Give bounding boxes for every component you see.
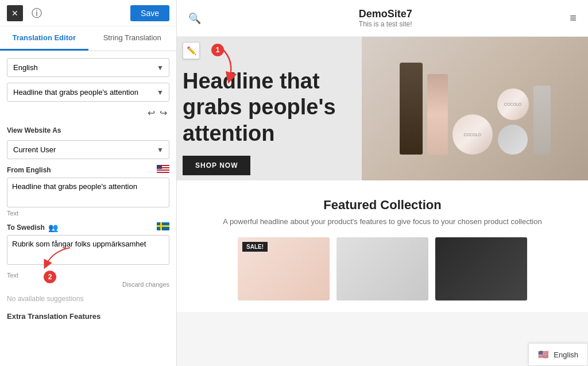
from-english-textarea[interactable]: Headline that grabs people's attention	[7, 178, 169, 207]
featured-subtitle: A powerful headline about your product's…	[210, 217, 555, 226]
annotation-1-arrow	[217, 49, 263, 84]
top-bar: ✕ ⓘ Save	[0, 0, 176, 26]
hamburger-button[interactable]: ≡	[570, 11, 577, 25]
from-header: From English	[7, 165, 169, 175]
featured-section: Featured Collection A powerful headline …	[177, 180, 588, 312]
to-section: To Swedish 👥 Rubrik som fångar folks upp…	[7, 222, 169, 288]
site-title-area: DemoSite7 This is a test site!	[201, 8, 570, 28]
discard-row: Discard changes	[7, 281, 169, 288]
view-as-dropdown[interactable]: Current User Logged Out User	[7, 140, 169, 159]
left-panel: ✕ ⓘ Save Translation Editor String Trans…	[0, 0, 177, 366]
undo-button[interactable]: ↩	[148, 107, 155, 118]
language-dropdown-wrap[interactable]: English Swedish ▼	[7, 58, 169, 77]
jar-round-2: COCOLO	[497, 88, 529, 120]
hero-section: 1 ✏️ Headline that grabs people's attent…	[177, 37, 588, 180]
to-label: To Swedish	[7, 224, 45, 232]
product-image-3	[435, 237, 527, 300]
english-language-badge[interactable]: 🇺🇸 English	[528, 343, 588, 366]
suggestions-text: No available suggestions	[7, 295, 169, 303]
tab-translation-editor[interactable]: Translation Editor	[0, 26, 88, 51]
site-header: 🔍 DemoSite7 This is a test site! ≡	[177, 0, 588, 37]
to-swedish-textarea[interactable]: Rubrik som fångar folks uppmärksamhet	[7, 235, 169, 265]
panel-content: English Swedish ▼ Headline that grabs pe…	[0, 51, 176, 366]
redo-button[interactable]: ↪	[160, 107, 167, 118]
annotation-badge-2: 2	[44, 271, 56, 283]
to-header: To Swedish 👥	[7, 222, 169, 233]
hero-text-area: ✏️ Headline that grabs people's attentio…	[177, 37, 355, 180]
undo-redo-row: ↩ ↪	[7, 107, 169, 118]
right-panel: 🔍 DemoSite7 This is a test site! ≡ 1 ✏️ …	[177, 0, 588, 366]
search-button[interactable]: 🔍	[188, 12, 201, 25]
to-field-type: Text	[7, 272, 169, 279]
close-button[interactable]: ✕	[7, 5, 23, 21]
discard-changes-link[interactable]: Discard changes	[122, 281, 169, 288]
tabs: Translation Editor String Translation	[0, 26, 176, 51]
ai-assist-icon: 👥	[48, 223, 58, 232]
sale-badge-1: SALE!	[242, 242, 268, 252]
featured-title: Featured Collection	[188, 198, 577, 213]
site-title: DemoSite7	[201, 8, 570, 20]
product-card-3	[435, 237, 527, 300]
english-label: English	[554, 350, 578, 359]
jar-small	[498, 125, 528, 155]
language-dropdown[interactable]: English Swedish	[7, 58, 169, 77]
product-card-2	[336, 237, 428, 300]
hero-image: COCOLO COCOLO	[362, 37, 588, 180]
annotation-1-container: 1	[211, 44, 224, 56]
to-swedish-row: Rubrik som fångar folks uppmärksamhet 2	[7, 235, 169, 267]
from-field-type: Text	[7, 210, 169, 217]
jar-round: COCOLO	[452, 114, 493, 155]
english-flag: 🇺🇸	[538, 349, 549, 360]
product-card-1: SALE!	[238, 237, 330, 300]
save-button[interactable]: Save	[130, 5, 169, 21]
tab-string-translation[interactable]: String Translation	[88, 26, 177, 51]
info-button[interactable]: ⓘ	[29, 5, 45, 21]
extra-section-title: Extra Translation Features	[7, 312, 169, 321]
us-flag	[157, 165, 169, 175]
hero-headline: Headline that grabs people's attention	[183, 68, 343, 147]
product-image-2	[336, 237, 428, 300]
from-section: From English Headline that grabs people'…	[7, 165, 169, 217]
bottle-tall	[400, 63, 423, 155]
bottle-glass	[533, 86, 551, 155]
annotation-2-arrow	[41, 246, 76, 269]
view-as-dropdown-wrap[interactable]: Current User Logged Out User ▼	[7, 140, 169, 159]
bottles-area: COCOLO COCOLO	[390, 53, 560, 164]
site-subtitle: This is a test site!	[201, 20, 570, 28]
bottle-pump	[427, 74, 448, 155]
from-label: From English	[7, 166, 51, 174]
string-dropdown-wrap[interactable]: Headline that grabs people's attention ▼	[7, 83, 169, 102]
shop-now-button[interactable]: SHOP NOW	[183, 156, 250, 175]
hero-products: COCOLO COCOLO	[362, 37, 588, 180]
string-dropdown[interactable]: Headline that grabs people's attention	[7, 83, 169, 102]
view-website-as-label: View Website As	[7, 126, 169, 134]
edit-pencil-button[interactable]: ✏️	[183, 42, 200, 59]
products-row: SALE!	[188, 237, 577, 300]
se-flag	[157, 222, 169, 233]
